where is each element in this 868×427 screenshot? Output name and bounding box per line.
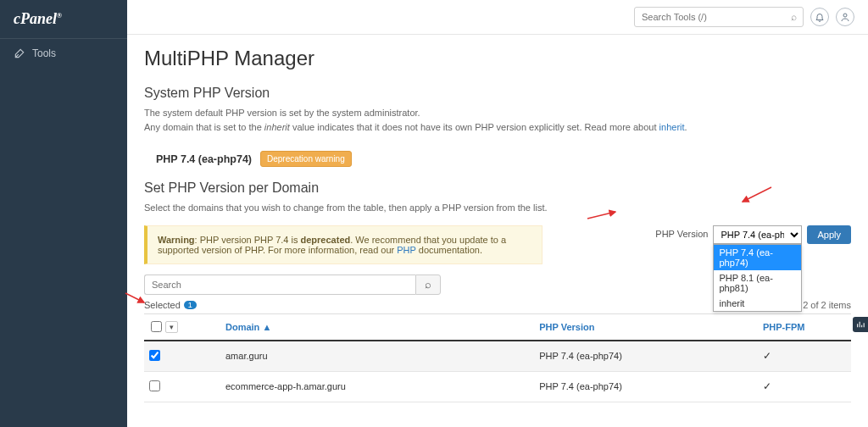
deprecation-badge: Deprecation warning xyxy=(260,151,352,167)
column-php-fpm[interactable]: PHP-FPM xyxy=(758,313,851,341)
dropdown-option[interactable]: inherit xyxy=(714,296,801,311)
table-row[interactable]: ecommerce-app-h.amar.guru PHP 7.4 (ea-ph… xyxy=(144,371,851,402)
svg-point-0 xyxy=(843,14,847,17)
column-php-version[interactable]: PHP Version xyxy=(534,313,758,341)
table-row[interactable]: amar.guru PHP 7.4 (ea-php74) ✓ xyxy=(144,341,851,372)
dropdown-option[interactable]: PHP 8.1 (ea-php81) xyxy=(714,270,801,296)
inherit-link[interactable]: inherit xyxy=(659,122,685,132)
deprecation-warning-alert: Warning: PHP version PHP 7.4 is deprecat… xyxy=(144,225,542,264)
php-doc-link[interactable]: PHP xyxy=(397,245,415,255)
chart-icon xyxy=(856,320,865,329)
dropdown-option[interactable]: PHP 7.4 (ea-php74) xyxy=(714,245,801,270)
system-php-version: PHP 7.4 (ea-php74) xyxy=(156,153,252,165)
bell-icon xyxy=(815,12,825,22)
system-php-heading: System PHP Version xyxy=(144,86,851,101)
user-icon xyxy=(840,12,850,22)
cell-php: PHP 7.4 (ea-php74) xyxy=(534,341,758,372)
sidebar-item-label: Tools xyxy=(32,47,56,59)
feedback-tab[interactable] xyxy=(853,317,868,332)
php-version-dropdown: PHP 7.4 (ea-php74) PHP 8.1 (ea-php81) in… xyxy=(713,244,802,312)
user-menu-button[interactable] xyxy=(836,8,854,26)
notifications-button[interactable] xyxy=(810,8,829,26)
domain-search-button[interactable]: ⌕ xyxy=(415,274,441,295)
domains-table: ▾ Domain ▲ PHP Version PHP-FPM amar.guru… xyxy=(144,313,851,402)
row-checkbox[interactable] xyxy=(149,350,160,361)
page-title: MultiPHP Manager xyxy=(144,47,851,70)
sidebar-item-tools[interactable]: Tools xyxy=(0,39,127,68)
cell-domain: ecommerce-app-h.amar.guru xyxy=(220,371,534,402)
php-version-label: PHP Version xyxy=(655,225,708,239)
tools-icon xyxy=(14,47,25,59)
search-icon: ⌕ xyxy=(425,278,431,291)
cell-domain: amar.guru xyxy=(220,341,534,372)
cell-fpm: ✓ xyxy=(758,371,851,402)
search-tools[interactable]: ⌕ xyxy=(634,7,804,27)
select-all-checkbox[interactable] xyxy=(151,321,162,332)
cell-fpm: ✓ xyxy=(758,341,851,372)
selected-label: Selected xyxy=(144,300,181,310)
apply-button[interactable]: Apply xyxy=(807,225,851,244)
column-domain[interactable]: Domain ▲ xyxy=(220,313,534,341)
system-php-description: The system default PHP version is set by… xyxy=(144,106,851,134)
per-domain-desc: Select the domains that you wish to chan… xyxy=(144,201,851,215)
cpanel-logo[interactable]: cPanel® xyxy=(0,0,127,39)
domain-search-input[interactable] xyxy=(144,274,415,295)
select-all-dropdown[interactable]: ▾ xyxy=(165,321,178,333)
selected-count-badge: 1 xyxy=(184,301,197,309)
per-domain-heading: Set PHP Version per Domain xyxy=(144,180,851,196)
row-checkbox[interactable] xyxy=(149,380,160,391)
search-input[interactable] xyxy=(634,7,804,27)
search-icon: ⌕ xyxy=(791,11,797,23)
cell-php: PHP 7.4 (ea-php74) xyxy=(534,371,758,402)
php-version-select[interactable]: PHP 7.4 (ea-php74) xyxy=(713,225,802,244)
